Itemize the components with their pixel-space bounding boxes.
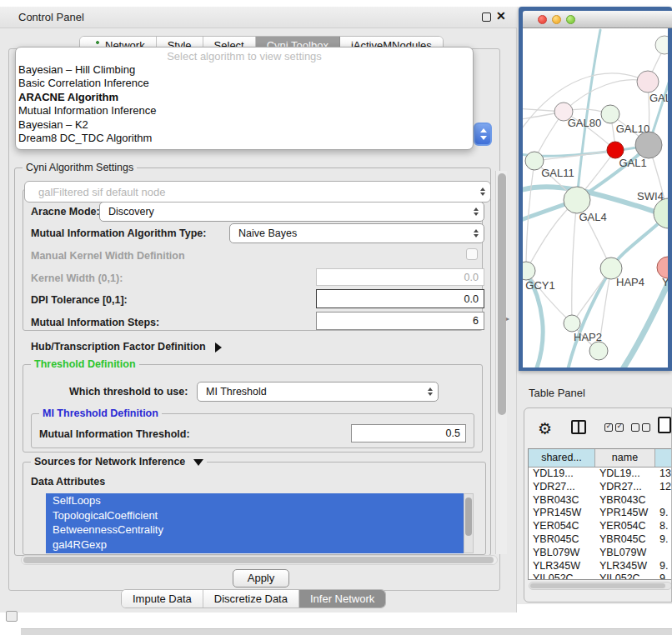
attributes-scrollbar[interactable]	[464, 493, 474, 553]
node-gray[interactable]	[635, 132, 662, 158]
panel-title: Control Panel	[18, 11, 84, 23]
mi-type-label: Mutual Information Algorithm Type:	[31, 228, 206, 239]
table-body: YDL19...YDL19...13YDR27...YDR27...12YBR0…	[529, 468, 672, 580]
manual-kernel-checkbox[interactable]	[466, 248, 478, 260]
node-top-right[interactable]	[637, 71, 659, 92]
table-cell: YBR043C	[595, 494, 655, 508]
tab-discretize-data[interactable]: Discretize Data	[203, 590, 299, 608]
table-row[interactable]: YBL079WYBL079W	[529, 547, 672, 560]
settings-group-title: Cyni Algorithm Settings	[23, 162, 137, 173]
table-row[interactable]: YLR345WYLR345W9.	[529, 560, 672, 573]
close-traffic-light[interactable]	[538, 15, 547, 24]
close-icon[interactable]: ✕	[496, 9, 506, 22]
node-label-gal11: GAL11	[541, 167, 574, 179]
attribute-item-selfloops[interactable]: SelfLoops	[46, 493, 464, 508]
node-gcy1[interactable]	[523, 262, 535, 280]
menu-item-basic-correlation-inference[interactable]: Basic Correlation Inference	[16, 77, 473, 90]
node-label-gal: GAL	[649, 92, 668, 104]
algorithm-combo-spinner[interactable]	[474, 122, 492, 146]
menu-item-bayesian-hill-climbing[interactable]: Bayesian – Hill Climbing	[16, 63, 473, 77]
new-table-icon[interactable]	[658, 417, 671, 433]
spinner-icon	[428, 388, 433, 396]
table-cell: YER054C	[529, 520, 595, 533]
network-window-titlebar[interactable]	[523, 11, 672, 28]
table-toolbar: ⚙	[524, 408, 671, 448]
data-attributes-label: Data Attributes	[31, 476, 105, 488]
mi-steps-field[interactable]: 6	[316, 312, 484, 330]
node-label-gcy1: GCY1	[525, 279, 554, 292]
node-table: shared...name YDL19...YDL19...13YDR27...…	[528, 448, 672, 580]
attribute-item-gal4rgexp[interactable]: gal4RGexp	[46, 538, 464, 552]
sources-title[interactable]: Sources for Network Inference	[31, 456, 207, 468]
table-row[interactable]: YDR27...YDR27...12	[529, 481, 672, 494]
algorithm-menu-items: Bayesian – Hill ClimbingBasic Correlatio…	[16, 63, 473, 145]
node-bottom[interactable]	[589, 342, 608, 360]
settings-vertical-scrollbar[interactable]	[495, 171, 507, 554]
menu-item-dream8-dc-tdc-algorithm[interactable]: Dream8 DC_TDC Algorithm	[16, 132, 473, 145]
column-header-3[interactable]	[655, 449, 672, 467]
network-edge[interactable]	[572, 200, 577, 323]
table-row[interactable]: YER054CYER054C8.	[529, 520, 672, 533]
sources-title-label: Sources for Network Inference	[34, 456, 185, 468]
chevron-down-icon	[193, 459, 203, 466]
table-cell: YIL052C	[595, 572, 655, 580]
node-top-edge[interactable]	[655, 36, 668, 54]
splitter-handle[interactable]	[506, 309, 513, 318]
select-all-columns-icon[interactable]	[604, 423, 624, 432]
node-gal4[interactable]	[564, 187, 590, 213]
column-header-name[interactable]: name	[595, 449, 655, 467]
kernel-width-field[interactable]: 0.0	[316, 268, 484, 286]
network-canvas[interactable]: GALGAL80GAL10GAL1GAL11SWI4GAL4GCY1HAP4YH…	[523, 28, 668, 368]
app-screen: Control Panel ✕ NetworkStyleSelectCyni T…	[0, 0, 672, 635]
table-row[interactable]: YIL052CYIL052C9	[529, 572, 672, 580]
zoom-traffic-light[interactable]	[566, 15, 575, 24]
apply-button[interactable]: Apply	[233, 569, 289, 588]
attribute-item-betweennesscentrality[interactable]: BetweennessCentrality	[46, 522, 464, 538]
table-row[interactable]: YBR045CYBR045C9.	[529, 533, 672, 547]
table-row[interactable]: YDL19...YDL19...13	[529, 468, 672, 481]
node-label-gal1: GAL1	[619, 157, 646, 169]
tab-impute-data[interactable]: Impute Data	[122, 590, 203, 608]
mi-type-combo[interactable]: Naive Bayes	[229, 223, 484, 243]
table-row[interactable]: YPR145WYPR145W9.	[529, 507, 672, 520]
node-gal1[interactable]	[607, 142, 624, 158]
aracne-mode-combo[interactable]: Discovery	[99, 202, 484, 222]
table-cell: YPR145W	[529, 507, 595, 520]
aracne-mode-label: Aracne Mode:	[31, 206, 100, 218]
minimize-traffic-light[interactable]	[552, 15, 561, 24]
node-label-swi4: SWI4	[637, 190, 664, 202]
dpi-tolerance-field[interactable]: 0.0	[316, 289, 484, 308]
menu-item-aracne-algorithm[interactable]: ARACNE Algorithm	[16, 91, 473, 104]
network-edge[interactable]	[621, 277, 668, 368]
node-hap2[interactable]	[564, 315, 580, 332]
network-selector-combo[interactable]: galFiltered sif default node	[24, 181, 491, 202]
settings-horizontal-scrollbar[interactable]	[21, 555, 498, 565]
table-panel: ⚙ shared...name YDL19...YDL19...13YDR27.…	[524, 408, 672, 602]
hub-definition-toggle[interactable]: Hub/Transcription Factor Definition	[31, 341, 222, 352]
data-attributes-list[interactable]: SelfLoopsTopologicalCoefficientBetweenne…	[46, 493, 464, 553]
node-gal10[interactable]	[601, 105, 619, 123]
deselect-all-columns-icon[interactable]	[631, 423, 650, 432]
float-window-icon[interactable]	[482, 12, 491, 22]
column-header-shared[interactable]: shared...	[529, 449, 595, 467]
columns-icon[interactable]	[571, 420, 586, 434]
spinner-icon	[474, 229, 479, 238]
tab-infer-network[interactable]: Infer Network	[299, 590, 385, 608]
menu-item-bayesian-k2[interactable]: Bayesian – K2	[16, 118, 473, 132]
table-cell: YBR043C	[529, 494, 595, 508]
chevron-right-icon	[215, 342, 222, 352]
attribute-item-topologicalcoefficient[interactable]: TopologicalCoefficient	[46, 508, 464, 523]
table-cell	[655, 547, 672, 560]
threshold-definition-title: Threshold Definition	[31, 358, 139, 370]
table-row[interactable]: YBR043CYBR043C	[529, 494, 672, 508]
which-threshold-combo[interactable]: MI Threshold	[197, 382, 439, 402]
node-label-hap4: HAP4	[616, 276, 644, 288]
table-horizontal-scrollbar[interactable]	[529, 582, 672, 590]
table-cell: 12	[655, 481, 672, 494]
gear-icon[interactable]: ⚙	[538, 419, 552, 438]
mi-threshold-field[interactable]: 0.5	[351, 424, 466, 442]
menu-item-mutual-information-inference[interactable]: Mutual Information Inference	[16, 104, 473, 118]
tab-discretize-data-label: Discretize Data	[214, 592, 288, 605]
collapsed-panel-icon[interactable]	[6, 611, 18, 622]
mi-steps-value: 6	[473, 315, 479, 327]
